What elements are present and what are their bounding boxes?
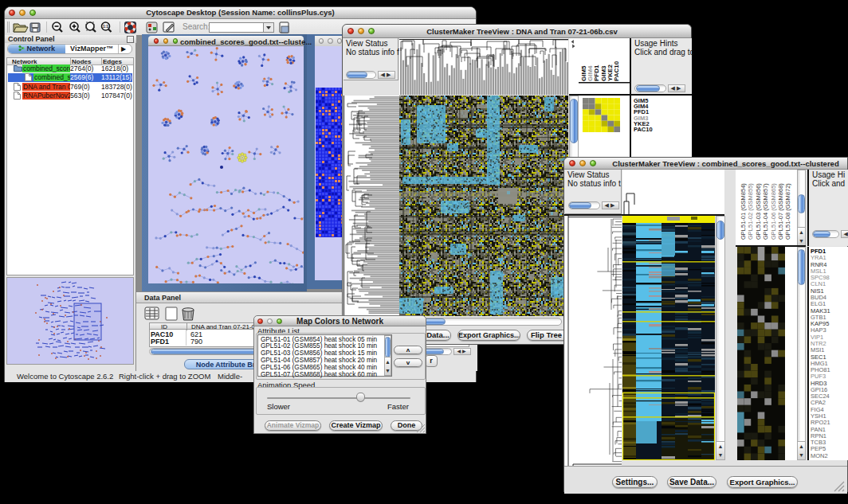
svg-text:PAC10: PAC10 xyxy=(613,61,620,81)
svg-text:GPL51-01 (GSM854): GPL51-01 (GSM854) xyxy=(740,183,747,240)
svg-text:1:1: 1:1 xyxy=(103,24,108,29)
svg-text:GPL51-07 (GSM868): GPL51-07 (GSM868) xyxy=(777,183,784,240)
svg-text:Search:: Search: xyxy=(183,22,210,31)
svg-text:GPL51-08 (GSM872): GPL51-08 (GSM872) xyxy=(784,183,791,240)
svg-text:GPL51-04 (GSM857): GPL51-04 (GSM857) xyxy=(762,183,769,240)
svg-text:GPL51-02 (GSM855): GPL51-02 (GSM855) xyxy=(747,183,754,240)
svg-text:GPL51-03 (GSM856): GPL51-03 (GSM856) xyxy=(755,183,762,240)
svg-text:GPL51-06 (GSM865): GPL51-06 (GSM865) xyxy=(770,183,777,240)
